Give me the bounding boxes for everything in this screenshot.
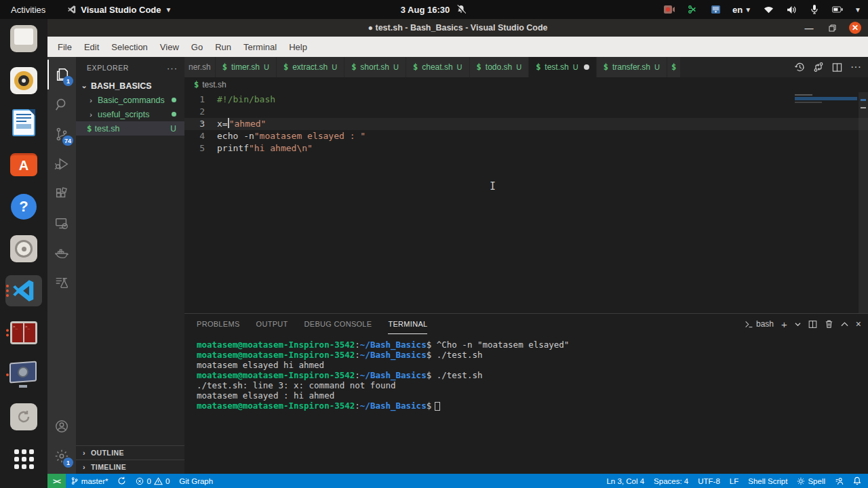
keyboard-layout-indicator[interactable]: en▼ xyxy=(732,5,751,15)
settings-gear-icon[interactable]: 1 xyxy=(47,441,76,471)
dock-item-libreoffice-writer[interactable] xyxy=(5,107,42,138)
tab-partial[interactable]: $ xyxy=(667,57,680,77)
git-graph-item[interactable]: Git Graph xyxy=(174,474,218,488)
tree-item-test.sh[interactable]: $test.shU xyxy=(76,121,184,136)
modified-badge: U xyxy=(264,63,269,71)
maximize-panel-icon[interactable] xyxy=(841,321,848,327)
kill-terminal-icon[interactable] xyxy=(825,319,833,329)
tab-todo.sh[interactable]: $todo.shU xyxy=(470,57,529,77)
scissors-tray-icon[interactable] xyxy=(686,4,698,15)
tab-short.sh[interactable]: $short.shU xyxy=(344,57,406,77)
sync-icon[interactable] xyxy=(113,474,131,488)
battery-icon[interactable] xyxy=(831,4,844,15)
dock-item-terminal-app[interactable]: >_>_ xyxy=(5,317,42,348)
menu-selection[interactable]: Selection xyxy=(105,39,153,55)
git-compare-icon[interactable] xyxy=(813,62,824,73)
source-control-icon[interactable]: 74 xyxy=(47,119,76,149)
wifi-icon[interactable] xyxy=(762,4,774,15)
app-indicator[interactable]: Visual Studio Code ▼ xyxy=(67,5,172,15)
code-line-4[interactable]: 4echo -n "moatasem elsayed : " xyxy=(184,130,868,142)
terminal-dropdown-icon[interactable] xyxy=(795,321,801,327)
tab-timer.sh[interactable]: $timer.shU xyxy=(216,57,276,77)
indentation-item[interactable]: Spaces: 4 xyxy=(649,474,693,488)
panel-tab-debug-console[interactable]: DEBUG CONSOLE xyxy=(304,314,372,334)
minimap[interactable] xyxy=(795,94,857,115)
dock-item-vscode[interactable] xyxy=(5,275,42,306)
menu-edit[interactable]: Edit xyxy=(78,39,105,55)
tree-item-basic_commands[interactable]: ›Basic_commands xyxy=(76,93,184,107)
tab-ner.sh[interactable]: ner.sh xyxy=(184,57,215,77)
dock-item-backups[interactable] xyxy=(5,401,42,432)
more-actions-icon[interactable]: ··· xyxy=(850,61,861,73)
docker-icon[interactable] xyxy=(47,239,76,268)
tab-transfer.sh[interactable]: $transfer.shU xyxy=(597,57,667,77)
dock-item-media-player[interactable] xyxy=(5,359,42,390)
new-terminal-icon[interactable]: + xyxy=(781,319,787,330)
dock-item-ubuntu-software[interactable]: A xyxy=(5,149,42,180)
testing-icon[interactable] xyxy=(47,268,76,298)
menu-file[interactable]: File xyxy=(52,39,78,55)
maximize-button[interactable] xyxy=(826,22,838,34)
problems-item[interactable]: 0 0 xyxy=(131,474,174,488)
menu-help[interactable]: Help xyxy=(283,39,313,55)
screenshot-tray-icon[interactable] xyxy=(709,4,722,15)
system-menu-chevron[interactable]: ▼ xyxy=(854,6,861,14)
code-line-3[interactable]: 3x= "ahmed" xyxy=(184,118,868,130)
encoding-item[interactable]: UTF-8 xyxy=(693,474,725,488)
spell-checker-item[interactable]: Spell xyxy=(792,474,830,488)
code-line-2[interactable]: 2 xyxy=(184,106,868,118)
remote-explorer-icon[interactable] xyxy=(47,209,76,239)
panel-tab-problems[interactable]: PROBLEMS xyxy=(197,314,240,334)
screen-record-icon[interactable] xyxy=(663,4,675,15)
search-icon[interactable] xyxy=(47,89,76,119)
dock-item-rhythmbox[interactable] xyxy=(5,65,42,96)
panel-tab-output[interactable]: OUTPUT xyxy=(256,314,288,334)
code-line-5[interactable]: 5printf "hi ahmed\n" xyxy=(184,142,868,155)
accounts-icon[interactable] xyxy=(47,411,76,441)
tree-item-useful_scripts[interactable]: ›useful_scripts xyxy=(76,107,184,121)
dock-item-disks[interactable] xyxy=(5,233,42,264)
tree-root-bash-basics[interactable]: ⌄ BASH_BASICS xyxy=(76,79,184,93)
terminal[interactable]: moatasem@moatasem-Inspiron-3542:~/Bash_B… xyxy=(184,334,868,474)
code-line-1[interactable]: 1#!/bin/bash xyxy=(184,94,868,106)
close-panel-icon[interactable]: × xyxy=(856,319,861,329)
explorer-icon[interactable]: 1 xyxy=(47,60,76,89)
explorer-more-actions[interactable]: ··· xyxy=(167,63,178,73)
feedback-icon[interactable] xyxy=(830,474,848,488)
panel-tab-terminal[interactable]: TERMINAL xyxy=(388,314,427,334)
close-button[interactable]: ✕ xyxy=(849,22,861,34)
activities-button[interactable]: Activities xyxy=(7,3,50,16)
split-editor-icon[interactable] xyxy=(832,62,842,73)
remote-indicator[interactable]: >< xyxy=(47,474,66,488)
run-debug-icon[interactable] xyxy=(47,149,76,179)
menu-run[interactable]: Run xyxy=(209,39,237,55)
outline-section[interactable]: › OUTLINE xyxy=(76,445,184,460)
git-branch-item[interactable]: master* xyxy=(66,474,113,488)
menu-terminal[interactable]: Terminal xyxy=(237,39,283,55)
dock-item-help[interactable]: ? xyxy=(5,191,42,222)
menu-go[interactable]: Go xyxy=(185,39,209,55)
shell-selector[interactable]: bash xyxy=(745,319,774,329)
split-terminal-icon[interactable] xyxy=(808,320,817,329)
breadcrumb[interactable]: $ test.sh xyxy=(184,77,868,92)
tab-test.sh[interactable]: $test.shU xyxy=(529,57,596,77)
tab-cheat.sh[interactable]: $cheat.shU xyxy=(406,57,469,77)
cursor-position-item[interactable]: Ln 3, Col 4 xyxy=(601,474,649,488)
dock-item-show-apps[interactable] xyxy=(5,443,42,474)
timeline-history-icon[interactable] xyxy=(794,62,805,73)
editor-scrollbar[interactable] xyxy=(859,92,868,313)
microphone-icon[interactable] xyxy=(808,4,821,15)
dock-item-files-app[interactable] xyxy=(5,23,42,54)
minimize-button[interactable]: — xyxy=(803,22,815,34)
language-mode-item[interactable]: Shell Script xyxy=(743,474,792,488)
notifications-bell-icon[interactable] xyxy=(848,474,868,488)
extensions-icon[interactable] xyxy=(47,179,76,209)
volume-icon[interactable] xyxy=(785,4,797,15)
clock[interactable]: 3 Aug 16:30 xyxy=(401,5,450,15)
timeline-section[interactable]: › TIMELINE xyxy=(76,460,184,474)
menu-view[interactable]: View xyxy=(154,39,185,55)
eol-item[interactable]: LF xyxy=(725,474,743,488)
tab-extract.sh[interactable]: $extract.shU xyxy=(277,57,344,77)
code-editor[interactable]: 1#!/bin/bash23x= "ahmed"4echo -n "moatas… xyxy=(184,92,868,313)
window-title-bar[interactable]: ● test.sh - Bash_Basics - Visual Studio … xyxy=(47,19,868,37)
